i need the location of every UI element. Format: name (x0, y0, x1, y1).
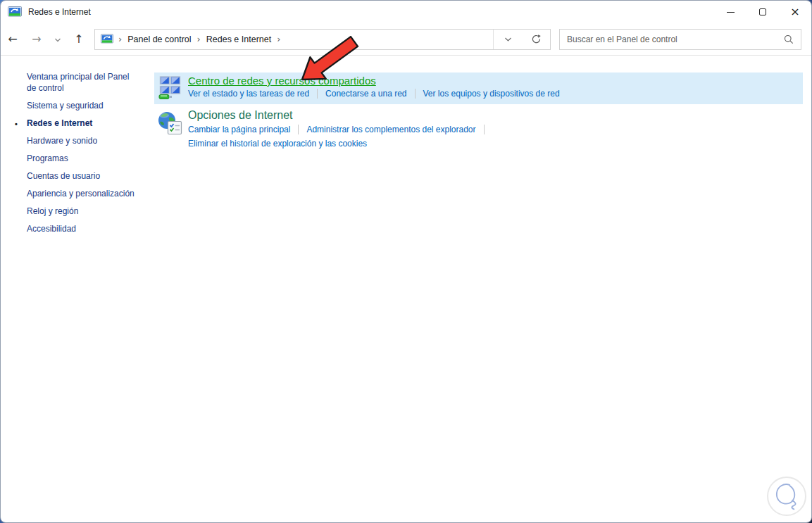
breadcrumb-item-redes-e-internet[interactable]: Redes e Internet (206, 33, 272, 46)
address-bar[interactable]: › Panel de control › Redes e Internet › (94, 29, 551, 50)
control-panel-location-icon (101, 34, 113, 45)
back-button[interactable]: ← (1, 32, 25, 46)
address-dropdown-button[interactable] (494, 30, 522, 49)
link-eliminar-historial-cookies[interactable]: Eliminar el historial de exploración y l… (188, 139, 367, 149)
minimize-button[interactable] (714, 1, 747, 23)
separator (317, 89, 318, 99)
link-conectarse-a-una-red[interactable]: Conectarse a una red (325, 89, 406, 99)
recent-locations-chevron[interactable] (49, 32, 67, 46)
task-links-row: Eliminar el historial de exploración y l… (188, 139, 492, 149)
separator (415, 89, 416, 99)
search-icon (784, 34, 794, 44)
up-button[interactable]: ↑ (67, 32, 91, 46)
breadcrumb-chevron-icon: › (277, 34, 280, 44)
content-area: Ventana principal del Panel de control S… (1, 56, 811, 523)
maximize-icon (759, 8, 766, 15)
forward-button[interactable]: → (25, 32, 49, 46)
link-ver-estado-tareas-red[interactable]: Ver el estado y las tareas de red (188, 89, 309, 99)
sidebar-item-label: Redes e Internet (27, 118, 92, 128)
separator (484, 125, 485, 134)
close-icon: × (790, 6, 799, 18)
link-ver-equipos-dispositivos[interactable]: Ver los equipos y dispositivos de red (423, 89, 560, 99)
breadcrumb-item-panel-de-control[interactable]: Panel de control (127, 33, 192, 46)
search-input[interactable] (560, 34, 784, 44)
nav-buttons: ← → ↑ (1, 32, 91, 46)
solvetic-watermark-logo (767, 477, 806, 516)
sidebar: Ventana principal del Panel de control S… (1, 56, 154, 523)
chevron-down-icon (504, 37, 512, 42)
lightbulb-icon (771, 480, 802, 512)
task-links-row: Ver el estado y las tareas de red Conect… (188, 89, 560, 99)
chevron-down-icon (54, 37, 61, 43)
link-administrar-complementos[interactable]: Administrar los complementos del explora… (306, 125, 475, 134)
sidebar-item-hardware-y-sonido[interactable]: Hardware y sonido (27, 135, 141, 146)
sidebar-item-reloj-y-region[interactable]: Reloj y región (27, 206, 141, 217)
active-bullet-icon: • (15, 118, 18, 130)
breadcrumb-chevron-icon: › (118, 34, 122, 44)
address-bar-controls (493, 30, 550, 49)
category-row-network-sharing-center: Centro de redes y recursos compartidos V… (154, 73, 803, 104)
sidebar-item-cuentas-de-usuario[interactable]: Cuentas de usuario (27, 170, 141, 182)
separator (298, 125, 299, 134)
network-computers-icon (158, 76, 181, 100)
minimize-icon (727, 12, 735, 13)
link-opciones-de-internet[interactable]: Opciones de Internet (188, 109, 492, 122)
maximize-button[interactable] (747, 1, 779, 23)
internet-options-globe-icon (157, 111, 183, 137)
search-box (559, 29, 801, 50)
refresh-icon (531, 34, 542, 44)
refresh-button[interactable] (522, 30, 550, 49)
link-cambiar-pagina-principal[interactable]: Cambiar la página principal (188, 125, 290, 134)
navigation-toolbar: ← → ↑ › Panel de control › Redes e Inter… (1, 23, 811, 56)
control-panel-icon (8, 6, 22, 18)
sidebar-item-home[interactable]: Ventana principal del Panel de control (27, 71, 141, 94)
category-text-block: Opciones de Internet Cambiar la página p… (188, 108, 492, 149)
control-panel-window: Redes e Internet × ← → ↑ › Panel de cont… (0, 0, 812, 523)
sidebar-item-sistema-y-seguridad[interactable]: Sistema y seguridad (27, 100, 141, 111)
link-centro-de-redes[interactable]: Centro de redes y recursos compartidos (188, 75, 560, 87)
sidebar-item-apariencia[interactable]: Apariencia y personalización (27, 188, 141, 199)
window-title: Redes e Internet (28, 7, 91, 17)
category-text-block: Centro de redes y recursos compartidos V… (188, 73, 560, 99)
title-bar: Redes e Internet × (1, 1, 811, 23)
breadcrumb-chevron-icon: › (197, 34, 201, 44)
sidebar-item-accesibilidad[interactable]: Accesibilidad (27, 223, 141, 234)
task-links-row: Cambiar la página principal Administrar … (188, 125, 492, 134)
sidebar-item-programas[interactable]: Programas (27, 153, 141, 164)
category-row-internet-options: Opciones de Internet Cambiar la página p… (154, 108, 803, 149)
sidebar-item-redes-e-internet[interactable]: • Redes e Internet (27, 118, 141, 129)
close-button[interactable]: × (779, 1, 811, 23)
main-panel: Centro de redes y recursos compartidos V… (154, 56, 811, 523)
